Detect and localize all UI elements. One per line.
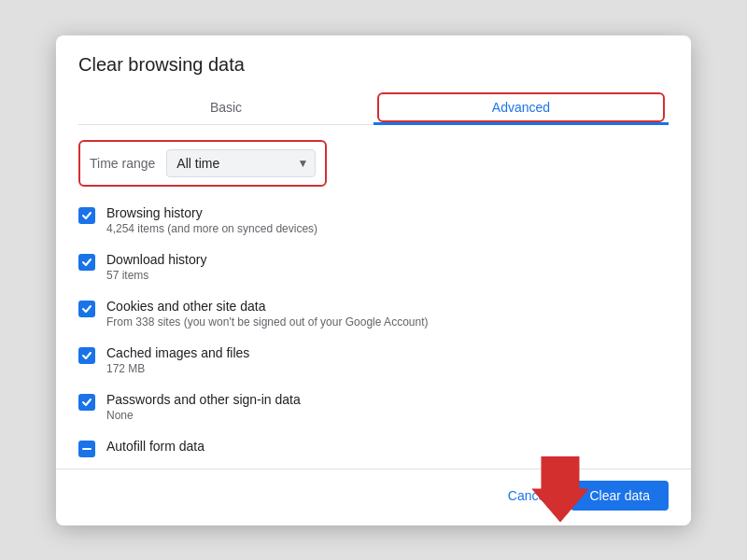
time-range-select[interactable]: Last hour Last 24 hours Last 7 days Last…: [166, 149, 316, 177]
list-item: Passwords and other sign-in data None: [78, 392, 669, 422]
tab-basic[interactable]: Basic: [78, 91, 374, 124]
cached-checkbox[interactable]: [78, 347, 95, 364]
item-title: Browsing history: [106, 205, 317, 220]
download-history-text: Download history 57 items: [106, 252, 206, 282]
clear-browsing-data-dialog: Clear browsing data Basic Advanced Time …: [56, 35, 691, 525]
item-title: Cookies and other site data: [106, 299, 428, 314]
passwords-checkbox[interactable]: [78, 394, 95, 411]
list-item: Autofill form data: [78, 439, 669, 457]
dialog-title: Clear browsing data: [78, 54, 669, 76]
download-history-checkbox[interactable]: [78, 254, 95, 271]
tab-advanced[interactable]: Advanced: [374, 91, 669, 124]
tabs-container: Basic Advanced: [78, 91, 669, 125]
dialog-header: Clear browsing data Basic Advanced: [56, 35, 691, 125]
cookies-checkbox[interactable]: [78, 301, 95, 317]
list-item: Browsing history 4,254 items (and more o…: [78, 205, 669, 235]
item-title: Autofill form data: [106, 439, 204, 454]
browsing-history-text: Browsing history 4,254 items (and more o…: [106, 205, 317, 235]
browsing-history-checkbox[interactable]: [78, 207, 95, 224]
clear-data-button[interactable]: Clear data: [571, 481, 669, 511]
item-subtitle: None: [106, 409, 301, 422]
item-title: Cached images and files: [106, 345, 249, 360]
item-subtitle: 4,254 items (and more on synced devices): [106, 222, 317, 235]
item-subtitle: 57 items: [106, 269, 206, 282]
item-subtitle: 172 MB: [106, 362, 249, 375]
time-range-row: Time range Last hour Last 24 hours Last …: [78, 140, 327, 187]
cancel-button[interactable]: Cancel: [493, 481, 564, 511]
list-item: Download history 57 items: [78, 252, 669, 282]
autofill-checkbox[interactable]: [78, 441, 95, 457]
dialog-footer: Cancel Clear data: [56, 469, 691, 525]
passwords-text: Passwords and other sign-in data None: [106, 392, 301, 422]
time-range-select-wrapper: Last hour Last 24 hours Last 7 days Last…: [166, 149, 316, 177]
cookies-text: Cookies and other site data From 338 sit…: [106, 299, 428, 329]
item-title: Download history: [106, 252, 206, 267]
autofill-text: Autofill form data: [106, 439, 204, 454]
item-subtitle: From 338 sites (you won't be signed out …: [106, 315, 428, 329]
dialog-body: Time range Last hour Last 24 hours Last …: [56, 125, 691, 465]
item-title: Passwords and other sign-in data: [106, 392, 301, 407]
time-range-label: Time range: [90, 156, 155, 171]
list-item: Cookies and other site data From 338 sit…: [78, 299, 669, 329]
cached-text: Cached images and files 172 MB: [106, 345, 249, 375]
list-item: Cached images and files 172 MB: [78, 345, 669, 375]
